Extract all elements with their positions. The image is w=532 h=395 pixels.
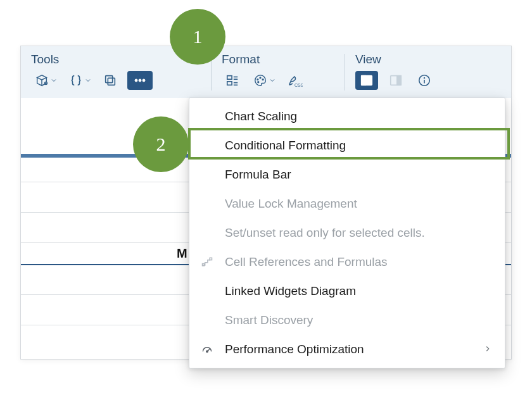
more-button[interactable]: [127, 71, 153, 90]
more-icon: [132, 73, 148, 88]
palette-icon: [253, 73, 267, 87]
svg-rect-24: [203, 264, 205, 266]
dd-label: Smart Discovery: [225, 313, 313, 327]
cube-icon: [35, 73, 49, 87]
dd-smart-discovery: Smart Discovery: [189, 306, 505, 335]
copy-button[interactable]: [99, 71, 121, 90]
svg-point-15: [258, 82, 259, 83]
palette-button[interactable]: [250, 71, 277, 90]
tools-icons: [31, 69, 201, 92]
braces-button[interactable]: [65, 71, 93, 90]
css-brush-icon: CSS: [288, 73, 303, 88]
panel-left-button[interactable]: [355, 71, 378, 90]
svg-point-5: [142, 79, 145, 82]
dd-label: Set/unset read only for selected cells.: [225, 226, 425, 240]
svg-text:CSS: CSS: [294, 83, 303, 87]
dd-readonly: Set/unset read only for selected cells.: [189, 218, 505, 248]
cube-button[interactable]: [31, 71, 59, 90]
svg-rect-25: [210, 258, 212, 260]
chevron-down-icon: [269, 77, 276, 84]
layout-button[interactable]: [222, 71, 243, 90]
panel-left-icon: [360, 73, 374, 87]
svg-point-14: [262, 79, 263, 80]
layout-icon: [225, 73, 239, 87]
dd-label: Formula Bar: [225, 168, 291, 182]
view-section: View: [345, 46, 511, 98]
toolbar: Tools: [21, 46, 511, 98]
dd-linked-widgets[interactable]: Linked Widgets Diagram: [189, 277, 505, 306]
svg-rect-18: [362, 76, 365, 85]
format-title: Format: [222, 53, 334, 66]
chevron-down-icon: [84, 77, 92, 84]
dd-formula-bar[interactable]: Formula Bar: [189, 160, 505, 189]
dd-label: Conditional Formatting: [225, 139, 346, 153]
svg-point-23: [424, 78, 425, 78]
dd-label: Cell References and Formulas: [225, 255, 388, 269]
column-letter: M: [177, 246, 187, 261]
chevron-down-icon: [50, 77, 58, 84]
svg-point-3: [135, 79, 137, 82]
callout-2: 2: [133, 116, 189, 172]
callout-1: 1: [170, 9, 225, 65]
svg-rect-20: [397, 76, 401, 85]
steps-icon: [200, 254, 215, 270]
info-button[interactable]: [414, 71, 435, 90]
format-icons: CSS: [222, 69, 334, 92]
dd-label: Value Lock Management: [225, 197, 357, 211]
more-dropdown: Chart Scaling Conditional Formatting For…: [189, 97, 505, 368]
callout-number: 2: [156, 134, 166, 155]
tools-title: Tools: [31, 53, 201, 66]
css-brush-button[interactable]: CSS: [284, 71, 307, 90]
copy-icon: [103, 73, 117, 87]
svg-rect-1: [108, 78, 115, 85]
svg-point-12: [257, 79, 258, 80]
svg-point-13: [260, 77, 261, 78]
dd-performance[interactable]: Performance Optimization: [189, 335, 505, 364]
dd-cell-refs: Cell References and Formulas: [189, 248, 505, 277]
panel-right-button[interactable]: [384, 71, 407, 90]
dd-value-lock: Value Lock Management: [189, 189, 505, 218]
svg-rect-6: [227, 76, 232, 80]
svg-point-27: [206, 351, 208, 353]
svg-point-4: [139, 79, 141, 82]
svg-rect-2: [106, 76, 113, 83]
svg-rect-7: [227, 82, 232, 85]
info-icon: [417, 73, 431, 87]
gauge-icon: [200, 342, 215, 357]
dd-conditional-formatting[interactable]: Conditional Formatting: [189, 131, 505, 160]
panel-right-icon: [389, 73, 403, 87]
format-section: Format: [212, 46, 345, 98]
view-title: View: [355, 53, 501, 66]
dd-label: Performance Optimization: [225, 342, 364, 356]
dd-label: Linked Widgets Diagram: [225, 284, 356, 298]
view-icons: [355, 69, 501, 92]
callout-number: 1: [193, 26, 203, 47]
dd-label: Chart Scaling: [225, 110, 297, 123]
dd-chart-scaling[interactable]: Chart Scaling: [189, 102, 505, 131]
chevron-right-icon: [483, 342, 492, 356]
braces-icon: [69, 73, 83, 87]
